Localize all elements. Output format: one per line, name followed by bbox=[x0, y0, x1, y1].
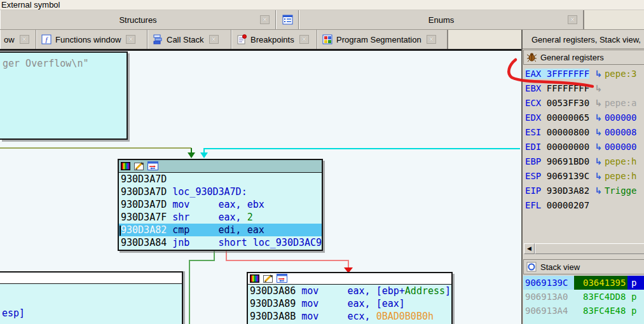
edit-icon[interactable] bbox=[263, 274, 274, 283]
deref-arrow-icon: ↳ bbox=[594, 83, 602, 93]
register-value: 0053FF30 bbox=[547, 98, 589, 108]
register-name-value: ESP 9069139C bbox=[525, 171, 589, 181]
close-icon[interactable]: × bbox=[427, 35, 436, 44]
palette-icon[interactable] bbox=[121, 161, 132, 171]
asm-line[interactable]: 930D3A7D loc_930D3A7D: bbox=[121, 186, 322, 198]
tab-functions-window[interactable]: fFunctions window× bbox=[36, 30, 147, 49]
register-row-esi[interactable]: ESI 00000800↳000008 bbox=[523, 125, 644, 140]
asm-token: 930D3A7D bbox=[121, 199, 172, 210]
close-icon[interactable]: × bbox=[209, 35, 219, 44]
register-name-value: ESI 00000800 bbox=[525, 127, 589, 137]
asm-token: mov eax, [ebp+ bbox=[301, 285, 405, 297]
register-name-value: ECX 0053FF30 bbox=[525, 98, 589, 108]
general-registers-title: General registers bbox=[540, 53, 604, 62]
node-title-bar[interactable] bbox=[248, 273, 451, 285]
stack-value: 83FC4DD8 bbox=[574, 290, 627, 304]
stack-target: p bbox=[627, 304, 636, 318]
stack-address: 9069139C bbox=[523, 276, 574, 290]
pane-caption-tab[interactable]: General registers, Stack view, bbox=[523, 30, 644, 49]
registers-horizontal-scrollbar[interactable]: ◀ bbox=[524, 243, 644, 254]
asm-line[interactable]: 930D3A89 mov eax, [eax] bbox=[250, 297, 451, 310]
stack-value: 83FC4E48 bbox=[574, 304, 627, 318]
asm-token: esp] bbox=[2, 307, 25, 319]
asm-token: 930D3A7D bbox=[121, 186, 172, 198]
asm-line[interactable]: 930D3A86 mov eax, [ebp+Address] bbox=[250, 285, 451, 297]
asm-line[interactable]: 930D3A84 jnb short loc_930D3AC9 bbox=[121, 236, 322, 249]
tab-label: Program Segmentation bbox=[336, 35, 421, 44]
deref-arrow-icon: ↳ bbox=[594, 112, 602, 123]
basic-block-node-930D3A86[interactable]: 930D3A86 mov eax, [ebp+Address]930D3A89 … bbox=[247, 272, 453, 324]
call-stack-icon bbox=[153, 34, 163, 44]
general-registers-header[interactable]: General registers bbox=[523, 50, 644, 65]
deref-arrow-icon: ↳ bbox=[594, 156, 602, 166]
basic-block-node-930D3A7D[interactable]: 930D3A7D930D3A7D loc_930D3A7D:930D3A7D m… bbox=[118, 159, 323, 251]
register-target: pepe:h bbox=[605, 171, 637, 181]
register-value: 9069139C bbox=[547, 171, 589, 181]
stack-row-906913A4[interactable]: 906913A483FC4E48p bbox=[523, 304, 644, 318]
close-icon[interactable]: × bbox=[260, 15, 270, 24]
node-title-bar[interactable] bbox=[0, 273, 182, 284]
register-row-eip[interactable]: EIP 930D3A82↳Trigge bbox=[523, 184, 644, 198]
register-name: EFL bbox=[525, 200, 541, 210]
close-icon[interactable]: × bbox=[568, 15, 577, 24]
register-name-value: EDI 00000000 bbox=[525, 142, 589, 152]
sync-icon[interactable] bbox=[147, 161, 158, 171]
register-name: EAX bbox=[525, 69, 541, 79]
asm-line[interactable]: 930D3A8B mov ecx, 0BAD0B0B0h bbox=[250, 310, 451, 323]
asm-token: cmp edi, eax bbox=[167, 224, 264, 236]
register-row-efl[interactable]: EFL 00000207 bbox=[523, 198, 644, 213]
deref-arrow-icon: ↳ bbox=[594, 69, 602, 79]
tab-enums[interactable]: Enums× bbox=[299, 10, 584, 29]
graph-canvas[interactable]: ger Overflow\n" 930D3A7D930D3A7D loc_930… bbox=[0, 49, 521, 324]
scroll-left-button[interactable]: ◀ bbox=[524, 243, 535, 254]
register-row-eax[interactable]: EAX 3FFFFFFF↳pepe:3 bbox=[523, 67, 644, 81]
bug-icon bbox=[526, 52, 537, 62]
tab-call-stack[interactable]: Call Stack× bbox=[147, 30, 231, 49]
stack-address: 906913A0 bbox=[523, 290, 574, 304]
register-target: pepe:a bbox=[605, 98, 637, 108]
tab-window-list[interactable] bbox=[276, 10, 299, 29]
asm-line[interactable]: esp] bbox=[2, 307, 182, 320]
basic-block-node-left[interactable]: esp] bbox=[0, 271, 183, 324]
stack-row-9069139C[interactable]: 9069139C03641395p bbox=[523, 276, 644, 290]
sync-icon[interactable] bbox=[277, 274, 287, 283]
asm-line[interactable]: 930D3A7F shr eax, 2 bbox=[121, 211, 322, 224]
palette-icon[interactable] bbox=[250, 274, 261, 283]
tab-ow[interactable]: ow× bbox=[0, 30, 36, 49]
register-target: 000008 bbox=[605, 127, 637, 137]
tab-structures[interactable]: Structures× bbox=[0, 10, 276, 29]
string-constant-node[interactable]: ger Overflow\n" bbox=[0, 51, 128, 140]
register-row-ecx[interactable]: ECX 0053FF30↳pepe:a bbox=[523, 96, 644, 111]
asm-line-current[interactable]: 930D3A82 cmp edi, eax bbox=[119, 224, 322, 236]
register-target: 000000 bbox=[605, 142, 637, 152]
tab-label: Enums bbox=[299, 15, 583, 25]
stack-list: 9069139C03641395p906913A083FC4DD8p906913… bbox=[523, 276, 644, 324]
asm-line[interactable]: 930D3A7D mov eax, ebx bbox=[121, 198, 322, 211]
stack-view-header[interactable]: Stack view bbox=[523, 259, 644, 274]
registers-stack-pane: General registers, Stack view, General r… bbox=[521, 30, 644, 324]
asm-line[interactable]: 930D3A7D bbox=[121, 173, 322, 186]
register-target: pepe:3 bbox=[605, 69, 637, 79]
tab-program-segmentation[interactable]: Program Segmentation× bbox=[317, 30, 448, 49]
asm-token: mov eax, ebx bbox=[172, 199, 264, 210]
edit-icon[interactable] bbox=[134, 161, 145, 171]
register-row-ebx[interactable]: EBX FFFFFFFF↳ bbox=[523, 81, 644, 96]
tab-breakpoints[interactable]: Breakpoints× bbox=[231, 30, 317, 49]
close-icon[interactable]: × bbox=[126, 35, 135, 44]
register-row-edx[interactable]: EDX 00000065↳000000 bbox=[523, 111, 644, 125]
node-title-bar[interactable] bbox=[119, 160, 322, 173]
register-row-edi[interactable]: EDI 00000000↳000000 bbox=[523, 140, 644, 154]
scrollbar-thumb[interactable] bbox=[535, 243, 644, 254]
close-icon[interactable]: × bbox=[299, 35, 309, 44]
stack-row-906913A0[interactable]: 906913A083FC4DD8p bbox=[523, 290, 644, 304]
close-icon[interactable]: × bbox=[20, 35, 29, 44]
asm-token: 930D3A89 bbox=[250, 298, 301, 309]
deref-arrow-icon: ↳ bbox=[594, 186, 602, 196]
stack-value: 03641395 bbox=[574, 276, 627, 290]
register-value: 00000207 bbox=[547, 200, 589, 210]
tab-label: Breakpoints bbox=[250, 35, 294, 44]
register-row-ebp[interactable]: EBP 90691BD0↳pepe:h bbox=[523, 154, 644, 169]
register-target: Trigge bbox=[605, 186, 637, 196]
deref-arrow-icon: ↳ bbox=[594, 127, 602, 137]
register-row-esp[interactable]: ESP 9069139C↳pepe:h bbox=[523, 169, 644, 184]
